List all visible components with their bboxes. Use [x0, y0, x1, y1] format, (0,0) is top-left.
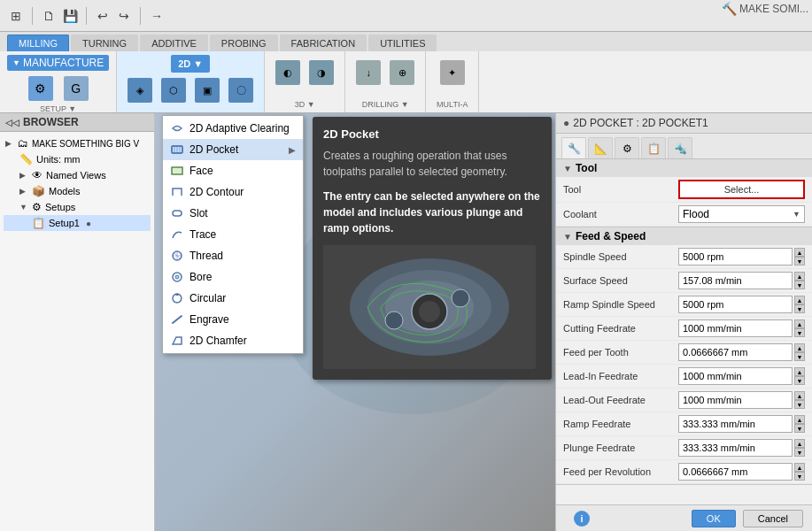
plunge-feedrate-up[interactable]: ▲ [794, 439, 805, 448]
feed-per-rev-value[interactable]: 0.0666667 mm [678, 463, 793, 481]
panel-tab-heights[interactable]: ⚙ [615, 137, 639, 158]
dropdown-item-2d-pocket[interactable]: 2D Pocket ▶ [163, 139, 303, 160]
multi-btn1[interactable]: ✦ [437, 58, 468, 87]
surface-speed-up[interactable]: ▲ [794, 272, 805, 281]
dropdown-item-2d-contour[interactable]: 2D Contour [163, 181, 303, 203]
dropdown-item-2d-adaptive[interactable]: 2D Adaptive Clearing [163, 118, 303, 139]
dropdown-item-bore[interactable]: Bore [163, 266, 303, 288]
lead-in-value[interactable]: 1000 mm/min [678, 367, 793, 385]
setup-btn2[interactable]: G [60, 74, 92, 103]
surface-speed-down[interactable]: ▼ [794, 281, 805, 289]
ramp-spindle-value[interactable]: 5000 rpm [678, 296, 793, 313]
tree-item-setups[interactable]: ▼ ⚙ Setups [4, 199, 151, 215]
panel-tab-passes[interactable]: 📋 [641, 137, 666, 158]
svg-rect-4 [173, 211, 182, 216]
dropdown-item-slot[interactable]: Slot [163, 203, 303, 224]
ramp-spindle-up[interactable]: ▲ [794, 296, 805, 304]
ribbon-section-multi: ✦ MULTI-A [426, 51, 479, 112]
tree-item-root[interactable]: ▶ 🗂 MAKE SOMETHING BIG V [4, 135, 151, 151]
undo-icon[interactable]: ↩ [94, 7, 112, 25]
cancel-button[interactable]: Cancel [743, 510, 803, 527]
tab-fabrication[interactable]: FABRICATION [280, 35, 367, 51]
ramp-feedrate-value[interactable]: 333.333 mm/min [678, 415, 793, 433]
feed-speed-section-header[interactable]: ▼ Feed & Speed [556, 227, 812, 245]
redo-icon[interactable]: ↪ [115, 7, 133, 25]
tool-section-header[interactable]: ▼ Tool [556, 159, 812, 177]
surface-speed-input: 157.08 m/min ▲ ▼ [678, 272, 805, 289]
panel-tab-tool[interactable]: 🔧 [561, 137, 586, 158]
plunge-feedrate-down[interactable]: ▼ [794, 448, 805, 457]
plunge-feedrate-value[interactable]: 333.333 mm/min [678, 439, 793, 457]
lead-in-up[interactable]: ▲ [794, 367, 805, 376]
spindle-speed-up[interactable]: ▲ [794, 248, 805, 257]
tab-turning[interactable]: TURNING [71, 35, 138, 51]
tree-item-models[interactable]: ▶ 📦 Models [4, 183, 151, 199]
coolant-select-arrow: ▼ [793, 210, 800, 219]
face-icon [170, 164, 184, 178]
dropdown-item-circular[interactable]: Circular [163, 288, 303, 309]
lead-out-label: Lead-Out Feedrate [563, 395, 678, 405]
3d-btn1[interactable]: ◐ [272, 58, 304, 87]
panel-tab-geom[interactable]: 📐 [588, 137, 613, 158]
coolant-row: Coolant Flood ▼ [556, 203, 812, 227]
info-section: i [565, 511, 684, 527]
save-icon[interactable]: 💾 [61, 7, 79, 25]
feed-per-tooth-down[interactable]: ▼ [794, 352, 805, 361]
tree-label-units: Units: mm [36, 154, 81, 165]
3d-btn2[interactable]: ◑ [305, 58, 337, 87]
surface-speed-value[interactable]: 157.08 m/min [678, 272, 793, 289]
cutting-feedrate-value[interactable]: 1000 mm/min [678, 319, 793, 337]
ok-button[interactable]: OK [692, 510, 736, 527]
tab-utilities[interactable]: UTILITIES [368, 35, 437, 51]
panel-tabs: 🔧 📐 ⚙ 📋 🔩 [556, 134, 812, 159]
feed-per-rev-down[interactable]: ▼ [794, 472, 805, 481]
setup-btn[interactable]: ⚙ [25, 74, 57, 103]
lead-out-up[interactable]: ▲ [794, 391, 805, 400]
cutting-feedrate-up[interactable]: ▲ [794, 319, 805, 328]
lead-in-down[interactable]: ▼ [794, 376, 805, 385]
manufacture-button[interactable]: ▼ MANUFACTURE [7, 55, 109, 71]
feed-per-tooth-value[interactable]: 0.0666667 mm [678, 343, 793, 361]
2d-pocket-btn[interactable]: ⬡ [158, 76, 189, 104]
tab-additive[interactable]: ADDITIVE [140, 35, 208, 51]
dropdown-item-thread[interactable]: Thread [163, 245, 303, 266]
ramp-spindle-down[interactable]: ▼ [794, 304, 805, 313]
lead-out-value[interactable]: 1000 mm/min [678, 391, 793, 409]
setup-buttons: ▼ MANUFACTURE [7, 55, 109, 71]
forward-icon[interactable]: → [148, 7, 166, 25]
info-icon[interactable]: i [574, 511, 590, 527]
grid-icon[interactable]: ⊞ [7, 7, 25, 25]
coolant-select[interactable]: Flood ▼ [678, 205, 805, 223]
lead-out-down[interactable]: ▼ [794, 400, 805, 409]
2d-adaptive-btn[interactable]: ◈ [124, 76, 156, 104]
ribbon-section-2d: 2D ▼ ◈ ⬡ ▣ 〇 [117, 51, 265, 112]
tab-milling[interactable]: MILLING [7, 35, 69, 51]
cutting-feedrate-down[interactable]: ▼ [794, 328, 805, 337]
tree-item-setup1[interactable]: 📋 Setup1 ● [4, 215, 151, 231]
dropdown-item-face[interactable]: Face [163, 160, 303, 181]
feed-speed-arrow: ▼ [563, 232, 572, 242]
dropdown-item-2d-chamfer[interactable]: 2D Chamfer [163, 330, 303, 351]
2d-dropdown-btn[interactable]: 2D ▼ [171, 55, 210, 73]
tree-item-namedviews[interactable]: ▶ 👁 Named Views [4, 167, 151, 183]
drilling-btn1[interactable]: ↓ [352, 58, 384, 87]
tree-icon-units: 📏 [19, 153, 33, 165]
tab-probing[interactable]: PROBING [210, 35, 278, 51]
file-icon[interactable]: 🗋 [40, 7, 58, 25]
ramp-feedrate-up[interactable]: ▲ [794, 415, 805, 424]
spindle-speed-value[interactable]: 5000 rpm [678, 248, 793, 266]
sidebar-collapse-icon[interactable]: ◁◁ [5, 118, 19, 127]
2d-contour-btn[interactable]: 〇 [225, 76, 257, 104]
ribbon-tabs: MILLING TURNING ADDITIVE PROBING FABRICA… [0, 32, 812, 51]
dropdown-item-trace[interactable]: Trace [163, 224, 303, 245]
drilling-btn2[interactable]: ⊕ [386, 58, 418, 87]
ramp-spindle-row: Ramp Spindle Speed 5000 rpm ▲ ▼ [556, 293, 812, 317]
dropdown-item-engrave[interactable]: Engrave [163, 309, 303, 330]
feed-per-tooth-up[interactable]: ▲ [794, 343, 805, 352]
feed-per-rev-up[interactable]: ▲ [794, 463, 805, 472]
tool-select-button[interactable]: Select... [678, 180, 805, 199]
spindle-speed-down[interactable]: ▼ [794, 257, 805, 266]
panel-tab-linking[interactable]: 🔩 [668, 137, 692, 158]
2d-face-btn[interactable]: ▣ [191, 76, 223, 104]
ramp-feedrate-down[interactable]: ▼ [794, 424, 805, 433]
